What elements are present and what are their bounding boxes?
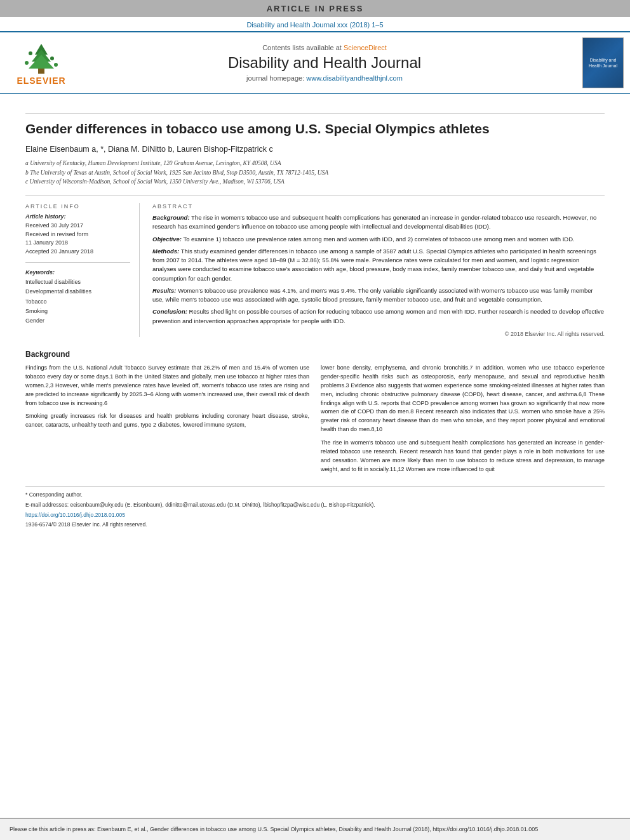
- abstract-results: Results: Women's tobacco use prevalence …: [152, 286, 605, 305]
- body-right-col: lower bone density, emphysema, and chron…: [321, 364, 605, 479]
- conclusion-label: Conclusion:: [152, 308, 187, 315]
- body-background-heading: Background: [25, 350, 605, 359]
- journal-logo-right: Disability and Health Journal: [573, 37, 624, 88]
- doi-note: https://doi.org/10.1016/j.dhjo.2018.01.0…: [25, 511, 605, 519]
- conclusion-text: Results shed light on possible courses o…: [152, 308, 604, 324]
- body-left-col: Findings from the U.S. National Adult To…: [25, 364, 309, 479]
- copyright-text: © 2018 Elsevier Inc. All rights reserved…: [152, 331, 605, 337]
- svg-point-6: [25, 61, 29, 65]
- keywords-label: Keywords:: [25, 269, 130, 276]
- svg-point-7: [54, 63, 58, 67]
- keyword-2: Tobacco: [25, 297, 130, 307]
- journal-cover: Disability and Health Journal: [582, 37, 624, 88]
- svg-point-4: [29, 51, 32, 55]
- methods-label: Methods:: [152, 248, 179, 255]
- keyword-0: Intellectual disabilities: [25, 277, 130, 287]
- body-section: Background Findings from the U.S. Nation…: [25, 350, 605, 529]
- keyword-1: Developmental disabilities: [25, 287, 130, 297]
- journal-center: Contents lists available at ScienceDirec…: [76, 44, 573, 82]
- body-left-para1: Findings from the U.S. National Adult To…: [25, 364, 309, 408]
- email-addresses: eeisenbaum@uky.edu (E. Eisenbaum), ddini…: [70, 502, 375, 508]
- footnotes: * Corresponding author. E-mail addresses…: [25, 486, 605, 529]
- homepage-prefix: journal homepage:: [246, 74, 306, 82]
- keyword-3: Smoking: [25, 307, 130, 316]
- abstract-heading: ABSTRACT: [152, 203, 605, 210]
- corresponding-text: * Corresponding author.: [25, 491, 83, 498]
- sciencedirect-link[interactable]: ScienceDirect: [344, 44, 387, 51]
- article-info-col: ARTICLE INFO Article history: Received 3…: [25, 203, 140, 337]
- objective-text: To examine 1) tobacco use prevalence rat…: [183, 236, 574, 243]
- sciencedirect-line: Contents lists available at ScienceDirec…: [76, 44, 573, 51]
- keywords-list: Intellectual disabilities Developmental …: [25, 277, 130, 326]
- authors-text: Elaine Eisenbaum a, *, Diana M. DiNitto …: [25, 145, 273, 154]
- email-note: E-mail addresses: eeisenbaum@uky.edu (E.…: [25, 501, 605, 509]
- banner-text: ARTICLE IN PRESS: [267, 4, 364, 13]
- keyword-4: Gender: [25, 316, 130, 326]
- corresponding-note: * Corresponding author.: [25, 491, 605, 499]
- article-title: Gender differences in tobacco use among …: [25, 120, 605, 137]
- affiliation-c: c University of Wisconsin-Madison, Schoo…: [25, 177, 605, 186]
- journal-title: Disability and Health Journal: [76, 54, 573, 72]
- background-label: Background:: [152, 214, 190, 221]
- history-dates: Received 30 July 2017 Received in revise…: [25, 222, 130, 256]
- abstract-methods: Methods: This study examined gender diff…: [152, 247, 605, 283]
- citation-text: Please cite this article in press as: Ei…: [10, 826, 538, 832]
- received-date: Received 30 July 2017: [25, 222, 130, 230]
- abstract-text: Background: The rise in women's tobacco …: [152, 213, 605, 326]
- journal-ref-text: Disability and Health Journal xxx (2018)…: [246, 21, 383, 29]
- authors-line: Elaine Eisenbaum a, *, Diana M. DiNitto …: [25, 145, 605, 154]
- doi-link[interactable]: https://doi.org/10.1016/j.dhjo.2018.01.0…: [25, 512, 125, 518]
- email-label: E-mail addresses:: [25, 502, 69, 508]
- affiliations: a University of Kentucky, Human Developm…: [25, 159, 605, 186]
- journal-cover-text: Disability and Health Journal: [586, 57, 620, 69]
- accepted-date: Accepted 20 January 2018: [25, 248, 130, 257]
- abstract-background: Background: The rise in women's tobacco …: [152, 213, 605, 232]
- affiliation-a: a University of Kentucky, Human Developm…: [25, 159, 605, 168]
- body-right-para2: The rise in women's tobacco use and subs…: [321, 439, 605, 474]
- body-left-para2: Smoking greatly increases risk for disea…: [25, 412, 309, 430]
- journal-header: ELSEVIER Contents lists available at Sci…: [0, 31, 630, 94]
- svg-point-5: [50, 57, 54, 60]
- revised-label: Received in revised form: [25, 230, 130, 239]
- homepage-link[interactable]: www.disabilityandhealthjnl.com: [306, 74, 403, 82]
- elsevier-logo: ELSEVIER: [6, 41, 76, 86]
- abstract-col: ABSTRACT Background: The rise in women's…: [152, 203, 605, 337]
- results-label: Results:: [152, 287, 176, 294]
- objective-label: Objective:: [152, 236, 182, 243]
- elsevier-tree-icon: [13, 41, 70, 76]
- abstract-objective: Objective: To examine 1) tobacco use pre…: [152, 235, 605, 244]
- article-content: Gender differences in tobacco use among …: [0, 94, 630, 818]
- article-in-press-banner: ARTICLE IN PRESS: [0, 0, 630, 17]
- issn-text: 1936-6574/© 2018 Elsevier Inc. All right…: [25, 521, 605, 529]
- journal-ref: Disability and Health Journal xxx (2018)…: [0, 17, 630, 31]
- history-label: Article history:: [25, 213, 130, 220]
- sciencedirect-prefix: Contents lists available at: [262, 44, 344, 51]
- info-abstract-section: ARTICLE INFO Article history: Received 3…: [25, 203, 605, 337]
- body-right-para1: lower bone density, emphysema, and chron…: [321, 364, 605, 435]
- revised-date: 11 January 2018: [25, 239, 130, 248]
- affiliation-b: b The University of Texas at Austin, Sch…: [25, 168, 605, 177]
- background-text: The rise in women's tobacco use and subs…: [152, 214, 596, 230]
- results-text: Women's tobacco use prevalence was 4.1%,…: [152, 287, 593, 303]
- methods-text: This study examined gender differences i…: [152, 248, 596, 282]
- body-two-col: Findings from the U.S. National Adult To…: [25, 364, 605, 479]
- journal-homepage: journal homepage: www.disabilityandhealt…: [76, 74, 573, 82]
- abstract-conclusion: Conclusion: Results shed light on possib…: [152, 307, 605, 326]
- elsevier-text: ELSEVIER: [17, 76, 65, 86]
- page: ARTICLE IN PRESS Disability and Health J…: [0, 0, 630, 840]
- article-info-heading: ARTICLE INFO: [25, 203, 130, 210]
- bottom-citation: Please cite this article in press as: Ei…: [0, 818, 630, 841]
